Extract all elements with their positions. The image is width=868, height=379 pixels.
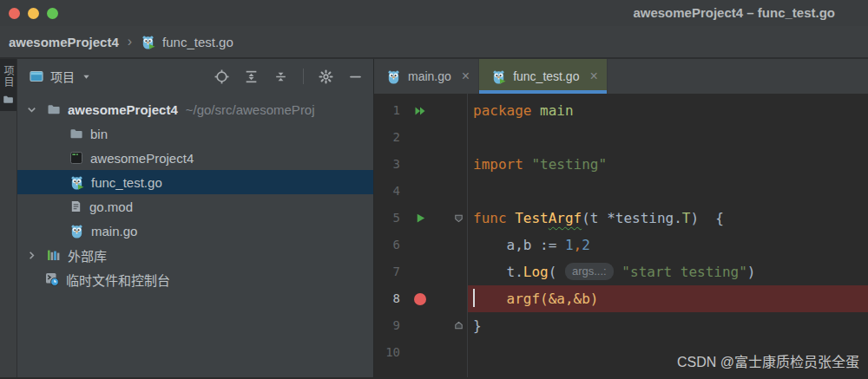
- code-text[interactable]: t.Log( args...: "start testing"): [467, 258, 868, 285]
- tree-item-main.go[interactable]: main.go: [17, 219, 373, 243]
- close-window-button[interactable]: [9, 8, 20, 19]
- collapse-all-button[interactable]: [273, 69, 288, 84]
- gutter[interactable]: [400, 124, 440, 151]
- line-number: 5: [374, 205, 400, 232]
- tree-item-path: ~/go/src/awesomeProj: [186, 102, 315, 117]
- close-tab-icon[interactable]: ×: [462, 69, 470, 84]
- gutter[interactable]: [400, 285, 440, 312]
- code-line-1[interactable]: 1package main: [374, 97, 868, 124]
- breadcrumb-separator: ›: [128, 34, 132, 49]
- fold-column: [440, 97, 467, 124]
- gopher-icon: [69, 224, 84, 239]
- minimize-window-button[interactable]: [28, 8, 39, 19]
- fold-column: [440, 232, 467, 258]
- fold-column: [440, 312, 467, 339]
- gutter[interactable]: [400, 258, 440, 285]
- tree-item-go.mod[interactable]: go.mod: [17, 194, 373, 219]
- toolbar-divider: [303, 69, 304, 84]
- close-tab-icon[interactable]: ×: [589, 69, 597, 84]
- breadcrumb-project[interactable]: awesomeProject4: [9, 35, 119, 49]
- tree-item-label: bin: [90, 127, 108, 141]
- tab-main.go[interactable]: main.go×: [374, 59, 479, 94]
- code-text[interactable]: [467, 178, 868, 205]
- code-text[interactable]: import "testing": [467, 151, 868, 178]
- locate-button[interactable]: [214, 69, 229, 84]
- chevron-right-icon[interactable]: [24, 249, 38, 262]
- project-panel: 项目 awesomeProject4~/go/src/awesomeProjbi…: [17, 59, 374, 377]
- fold-column: [440, 258, 467, 285]
- fold-open-icon[interactable]: [453, 212, 464, 224]
- line-number: 8: [374, 285, 400, 312]
- gutter[interactable]: [400, 205, 440, 232]
- window-title: awesomeProject4 – func_test.go: [633, 5, 835, 20]
- gopher-test-icon: [141, 35, 155, 49]
- code-line-5[interactable]: 5func TestArgf(t *testing.T) {: [374, 205, 868, 232]
- go-test-icon: [491, 69, 506, 84]
- tab-label: main.go: [408, 69, 451, 83]
- code-editor[interactable]: 1package main23import "testing"45func Te…: [374, 94, 868, 377]
- code-text[interactable]: package main: [467, 97, 868, 124]
- line-number: 10: [374, 339, 400, 366]
- tree-item-awesomeProject4[interactable]: awesomeProject4~/go/src/awesomeProj: [17, 97, 373, 121]
- folder-icon: [3, 94, 14, 105]
- tree-item-label: awesomeProject4: [68, 102, 178, 117]
- project-tool-window-button[interactable]: 项目: [0, 59, 16, 111]
- line-number: 9: [374, 312, 400, 339]
- code-line-7[interactable]: 7 t.Log( args...: "start testing"): [374, 258, 868, 285]
- code-text[interactable]: func TestArgf(t *testing.T) {: [467, 205, 868, 232]
- project-view-selector[interactable]: 项目: [30, 68, 91, 85]
- breakpoint-icon[interactable]: [413, 292, 427, 306]
- run-icon[interactable]: [414, 212, 427, 225]
- watermark: CSDN @富士康质检员张全蛋: [677, 350, 859, 371]
- folder-icon: [69, 127, 83, 140]
- fold-close-icon[interactable]: [453, 320, 464, 331]
- code-line-4[interactable]: 4: [374, 178, 868, 205]
- code-line-6[interactable]: 6 a,b := 1,2: [374, 232, 868, 258]
- code-text[interactable]: [467, 124, 868, 151]
- fold-column: [440, 124, 467, 151]
- code-text[interactable]: a,b := 1,2: [467, 232, 868, 258]
- fold-column: [440, 205, 467, 232]
- maximize-window-button[interactable]: [47, 8, 58, 19]
- settings-button[interactable]: [319, 69, 333, 84]
- line-number: 3: [374, 151, 400, 178]
- title-bar: awesomeProject4 – func_test.go: [0, 0, 868, 26]
- gutter[interactable]: [400, 178, 440, 205]
- gutter[interactable]: [400, 339, 440, 366]
- chevron-down-icon[interactable]: [24, 103, 38, 116]
- project-view-icon: [30, 69, 43, 83]
- code-text[interactable]: argf(&a,&b): [467, 285, 868, 312]
- binary-icon: [69, 151, 83, 165]
- line-number: 1: [374, 97, 400, 124]
- expand-all-button[interactable]: [244, 69, 259, 84]
- gopher-icon: [386, 69, 401, 84]
- hide-button[interactable]: [348, 69, 363, 84]
- tab-func_test.go[interactable]: func_test.go×: [479, 59, 608, 94]
- tree-item-label: main.go: [91, 224, 137, 239]
- code-line-9[interactable]: 9}: [374, 312, 868, 339]
- scratch-icon: [45, 272, 59, 286]
- code-line-2[interactable]: 2: [374, 124, 868, 151]
- fold-column: [440, 339, 467, 366]
- window-controls: [0, 8, 58, 19]
- tree-item-外部库[interactable]: 外部库: [17, 243, 373, 267]
- libs-icon: [47, 248, 61, 262]
- fold-column: [440, 285, 467, 312]
- gutter[interactable]: [400, 312, 440, 339]
- project-stripe-label: 项目: [1, 65, 16, 88]
- breadcrumb-file[interactable]: func_test.go: [162, 35, 233, 49]
- tree-item-临时文件和控制台[interactable]: 临时文件和控制台: [17, 267, 373, 291]
- tree-item-label: go.mod: [89, 199, 133, 214]
- tree-item-awesomeProject4[interactable]: awesomeProject4: [17, 146, 373, 170]
- code-line-3[interactable]: 3import "testing": [374, 151, 868, 178]
- tree-item-label: func_test.go: [91, 175, 162, 190]
- run-all-icon[interactable]: [413, 104, 427, 118]
- tree-item-bin[interactable]: bin: [17, 121, 373, 146]
- code-line-8[interactable]: 8 argf(&a,&b): [374, 285, 868, 312]
- gutter[interactable]: [400, 151, 440, 178]
- gutter[interactable]: [400, 232, 440, 258]
- gutter[interactable]: [400, 97, 440, 124]
- line-number: 7: [374, 258, 400, 285]
- tree-item-func_test.go[interactable]: func_test.go: [17, 170, 373, 194]
- code-text[interactable]: }: [467, 312, 868, 339]
